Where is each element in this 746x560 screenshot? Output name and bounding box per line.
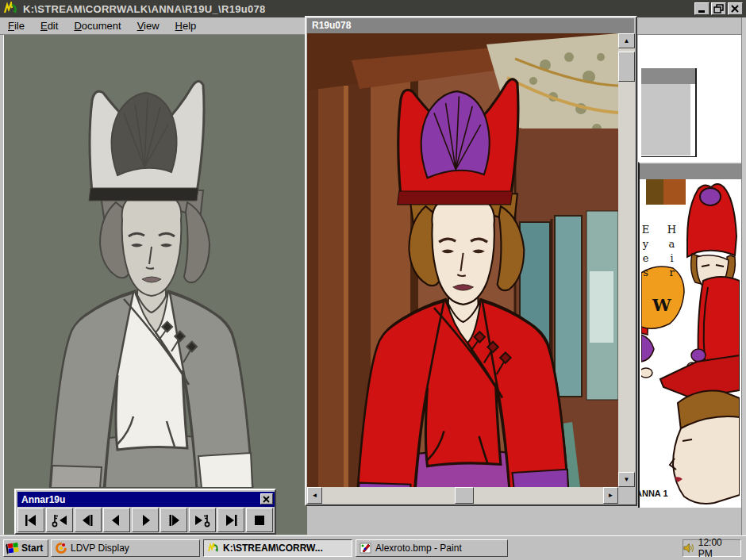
close-button[interactable] [728,2,743,15]
grayscale-photo-pane [3,35,306,535]
skip-start-button[interactable] [17,508,44,532]
main-window: K:\STREAM\CORRWALK\ANNA\R19U_\R19u078 Fi… [0,0,746,535]
scroll-up-icon[interactable]: ▲ [618,33,635,48]
play-backward-button[interactable] [103,508,130,532]
control-window: Annar19u [14,489,276,535]
transport-buttons [17,508,275,534]
control-close-icon[interactable] [260,493,273,504]
volume-icon[interactable] [683,543,695,554]
scroll-left-icon[interactable]: ◄ [307,487,322,504]
task-stream-viewer[interactable]: K:\STREAM\CORRW... [203,539,352,557]
scroll-right-icon[interactable]: ► [603,487,618,504]
mini-window-title-bar[interactable] [641,68,695,84]
play-forward-button[interactable] [132,508,159,532]
model-sheet-caption: ANNA 1 [638,489,668,498]
menu-edit[interactable]: Edit [39,18,60,33]
hair-label: Hair [666,224,678,281]
start-label: Start [21,543,43,554]
color-swatch-rust [663,179,686,205]
menu-document[interactable]: Document [72,18,122,33]
reference-model-sheet: Eyes Hair W ANNA 1 [638,179,741,508]
step-back-button[interactable] [75,508,102,532]
model-sheet-art [641,179,740,508]
task-label: K:\STREAM\CORRW... [223,543,323,554]
scroll-down-icon[interactable]: ▼ [618,472,635,487]
eyes-label: Eyes [640,224,652,281]
step-forward-button[interactable] [160,508,187,532]
horizontal-scrollbar[interactable]: ◄ ► [307,487,618,504]
task-label: LDVP Display [71,543,129,554]
control-window-title: Annar19u [21,494,65,505]
previous-key-button[interactable] [46,508,73,532]
restore-button[interactable] [711,2,726,15]
vertical-scrollbar[interactable]: ▲ ▼ [618,33,635,487]
colorized-image [307,33,618,487]
stream-icon [207,542,220,554]
windows-logo-icon [6,542,20,554]
w-label: W [652,295,671,315]
minimize-button[interactable] [694,2,709,15]
task-label: Alexroto.bmp - Paint [375,543,462,554]
stop-button[interactable] [246,508,273,532]
vertical-scroll-thumb[interactable] [618,52,635,82]
main-title-bar[interactable]: K:\STREAM\CORRWALK\ANNA\R19U_\R19u078 [0,0,746,17]
ldvp-icon [55,542,67,554]
image-window: R19u078 [305,16,637,506]
grayscale-photo [4,35,307,535]
mini-window-body [641,84,690,155]
clock[interactable]: 12:00 PM [698,537,736,559]
scrollbar-corner [618,487,635,504]
menu-help[interactable]: Help [174,18,198,33]
task-ldvp-display[interactable]: LDVP Display [51,539,200,557]
window-frame-edge [741,17,746,535]
menu-view[interactable]: View [136,18,161,33]
system-tray: 12:00 PM [683,539,741,557]
background-mini-window [641,68,697,157]
task-paint[interactable]: Alexroto.bmp - Paint [356,539,508,557]
horizontal-scroll-thumb[interactable] [455,487,474,504]
color-swatch-dark-brown [646,179,663,205]
control-window-title-bar[interactable]: Annar19u [17,492,275,507]
main-window-title: K:\STREAM\CORRWALK\ANNA\R19U_\R19u078 [23,3,266,15]
screen: K:\STREAM\CORRWALK\ANNA\R19U_\R19u078 Fi… [0,0,746,560]
paint-icon [360,542,372,554]
reference-window-title-bar[interactable] [638,162,741,179]
image-window-title-bar[interactable]: R19u078 [307,18,634,33]
skip-end-button[interactable] [217,508,244,532]
taskbar: Start LDVP Display K:\STREAM\CORRW... [0,535,746,560]
app-icon [2,2,20,16]
menu-file[interactable]: File [6,18,26,33]
next-key-button[interactable] [189,508,216,532]
start-button[interactable]: Start [3,539,48,557]
